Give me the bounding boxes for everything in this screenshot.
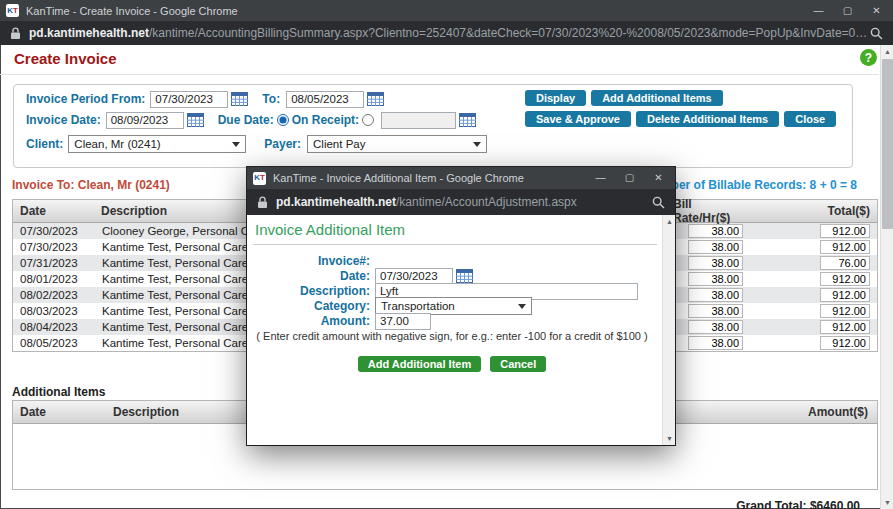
invoice-number-label: Invoice#: xyxy=(247,254,370,268)
category-label: Category: xyxy=(247,299,370,313)
close-page-button[interactable]: Close xyxy=(784,111,836,127)
invoice-period-to-input[interactable] xyxy=(286,91,364,108)
lock-icon xyxy=(10,27,21,40)
chevron-down-icon xyxy=(518,304,526,309)
date-label: Date: xyxy=(247,269,370,283)
invoice-form-panel: Invoice Period From: To: Invoice Date: D… xyxy=(13,84,853,168)
window-title: KanTime - Create Invoice - Google Chrome xyxy=(26,5,238,17)
bill-rate-input[interactable] xyxy=(688,304,743,318)
grand-total: Grand Total: $6460.00 xyxy=(736,499,860,509)
total-input[interactable] xyxy=(820,272,870,286)
url-path: /kantime/AccountAdjustment.aspx xyxy=(396,195,652,209)
popup-scrollbar[interactable]: ▲ ▼ xyxy=(662,215,675,445)
help-icon[interactable]: ? xyxy=(860,49,877,66)
popup-maximize-button[interactable]: ▢ xyxy=(615,167,644,188)
on-receipt-radio[interactable] xyxy=(277,114,289,126)
scroll-down-icon[interactable]: ▼ xyxy=(663,432,676,445)
save-approve-button[interactable]: Save & Approve xyxy=(525,111,631,127)
add-additional-items-button[interactable]: Add Additional Items xyxy=(591,90,723,106)
total-input[interactable] xyxy=(820,304,870,318)
bill-rate-input[interactable] xyxy=(688,256,743,270)
bill-rate-input[interactable] xyxy=(688,272,743,286)
kantime-favicon-icon: KT xyxy=(253,172,266,185)
header-date: Date xyxy=(13,405,113,419)
popup-heading: Invoice Additional Item xyxy=(255,221,405,238)
scroll-up-icon[interactable]: ▲ xyxy=(881,45,893,58)
cell-date: 07/30/2023 xyxy=(13,225,101,237)
calendar-icon[interactable] xyxy=(459,113,476,127)
additional-items-title: Additional Items xyxy=(12,385,105,399)
cancel-button[interactable]: Cancel xyxy=(490,356,546,372)
invoice-date-label: Invoice Date: xyxy=(26,113,101,127)
billable-records-count: Number of Billable Records: 8 + 0 = 8 xyxy=(645,178,857,192)
payer-select[interactable]: Client Pay xyxy=(307,135,487,153)
close-button[interactable]: ✕ xyxy=(862,0,891,21)
bill-rate-input[interactable] xyxy=(688,336,743,350)
invoice-date-input[interactable] xyxy=(106,112,184,129)
client-select[interactable]: Clean, Mr (0241) xyxy=(68,135,246,153)
cell-date: 07/31/2023 xyxy=(13,257,101,269)
zoom-magnifier-icon[interactable] xyxy=(870,27,883,40)
payer-label: Payer: xyxy=(264,137,301,151)
scrollbar-thumb[interactable] xyxy=(882,59,893,229)
chevron-down-icon xyxy=(473,142,481,147)
bill-rate-input[interactable] xyxy=(688,288,743,302)
invoice-to-text: Invoice To: Clean, Mr (0241) xyxy=(12,178,170,192)
url-path: /kantime/AccountingBillingSummary.aspx?C… xyxy=(149,26,870,40)
popup-close-button[interactable]: ✕ xyxy=(644,167,673,188)
popup-titlebar: KT KanTime - Invoice Additional Item - G… xyxy=(247,167,675,189)
credit-hint-text: ( Enter credit amount with negative sign… xyxy=(247,330,657,342)
header-amount: Amount($) xyxy=(727,405,877,419)
page-scrollbar[interactable]: ▲ ▼ xyxy=(880,45,893,509)
header-date: Date xyxy=(13,204,101,218)
total-input[interactable] xyxy=(820,240,870,254)
calendar-icon[interactable] xyxy=(456,269,473,283)
scroll-down-icon[interactable]: ▼ xyxy=(881,496,893,509)
popup-address-bar[interactable]: pd.kantimehealth.net /kantime/AccountAdj… xyxy=(247,189,675,215)
zoom-magnifier-icon[interactable] xyxy=(652,196,665,209)
chevron-down-icon xyxy=(232,142,240,147)
bill-rate-input[interactable] xyxy=(688,224,743,238)
calendar-icon[interactable] xyxy=(367,92,384,106)
item-amount-input[interactable] xyxy=(375,313,431,330)
bill-rate-input[interactable] xyxy=(688,240,743,254)
total-input[interactable] xyxy=(820,224,870,238)
due-date-custom-radio[interactable] xyxy=(362,114,374,126)
display-button[interactable]: Display xyxy=(525,90,586,106)
window-titlebar: KT KanTime - Create Invoice - Google Chr… xyxy=(0,0,893,21)
address-bar[interactable]: pd.kantimehealth.net /kantime/Accounting… xyxy=(0,21,893,45)
description-label: Description: xyxy=(247,284,370,298)
cell-date: 08/03/2023 xyxy=(13,305,101,317)
client-select-value: Clean, Mr (0241) xyxy=(74,138,160,150)
bill-rate-input[interactable] xyxy=(688,320,743,334)
url-domain: pd.kantimehealth.net xyxy=(29,26,149,40)
cell-date: 08/02/2023 xyxy=(13,289,101,301)
maximize-button[interactable]: ▢ xyxy=(833,0,862,21)
client-label: Client: xyxy=(26,137,63,151)
kantime-favicon-icon: KT xyxy=(6,4,19,17)
delete-additional-items-button[interactable]: Delete Additional Items xyxy=(636,111,779,127)
calendar-icon[interactable] xyxy=(187,113,204,127)
total-input[interactable] xyxy=(820,256,870,270)
minimize-button[interactable]: — xyxy=(804,0,833,21)
payer-select-value: Client Pay xyxy=(313,138,365,150)
to-label: To: xyxy=(262,92,280,106)
amount-label: Amount: xyxy=(247,314,370,328)
total-input[interactable] xyxy=(820,288,870,302)
cell-date: 08/01/2023 xyxy=(13,273,101,285)
invoice-additional-item-popup: KT KanTime - Invoice Additional Item - G… xyxy=(247,167,675,445)
due-date-input[interactable] xyxy=(381,112,456,129)
browser-window: KT KanTime - Create Invoice - Google Chr… xyxy=(0,0,893,509)
url-domain: pd.kantimehealth.net xyxy=(276,195,396,209)
total-input[interactable] xyxy=(820,336,870,350)
on-receipt-label: On Receipt: xyxy=(292,113,359,127)
cell-date: 07/30/2023 xyxy=(13,241,101,253)
total-input[interactable] xyxy=(820,320,870,334)
calendar-icon[interactable] xyxy=(231,92,248,106)
scroll-up-icon[interactable]: ▲ xyxy=(663,215,676,228)
add-additional-item-button[interactable]: Add Additional Item xyxy=(358,356,481,372)
lock-icon xyxy=(257,196,268,209)
cell-date: 08/05/2023 xyxy=(13,337,101,349)
invoice-period-from-input[interactable] xyxy=(150,91,228,108)
popup-minimize-button[interactable]: — xyxy=(586,167,615,188)
